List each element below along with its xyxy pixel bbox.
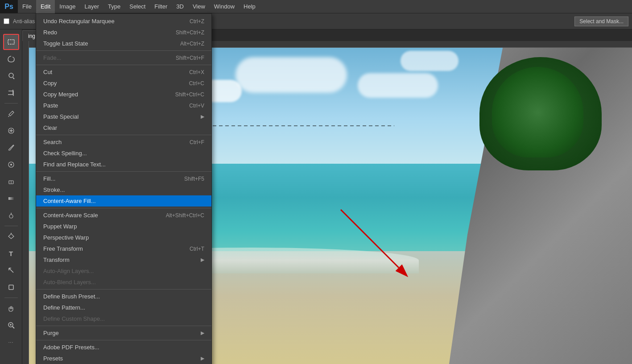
sep-7 — [36, 326, 211, 326]
cloud-4 — [358, 73, 438, 98]
menu-item-paste[interactable]: Paste Ctrl+V — [36, 100, 211, 111]
ruler-left — [22, 41, 29, 364]
menu-item-content-aware-fill[interactable]: Content-Aware Fill... — [36, 195, 211, 207]
sep-1 — [36, 50, 211, 51]
menu-item-transform[interactable]: Transform ▶ — [36, 254, 211, 265]
anti-alias-checkbox[interactable] — [4, 18, 9, 24]
menu-item-undo[interactable]: Undo Rectangular Marquee Ctrl+Z — [36, 16, 211, 27]
menu-item-search[interactable]: Search Ctrl+F — [36, 136, 211, 148]
select-mask-button[interactable]: Select and Mask... — [574, 17, 628, 26]
tool-hand[interactable] — [3, 300, 19, 316]
tool-zoom[interactable] — [3, 317, 19, 333]
menu-type[interactable]: Type — [103, 0, 125, 13]
anti-alias-label: Anti-alias — [13, 18, 35, 25]
sep-8 — [36, 340, 211, 340]
menu-item-purge[interactable]: Purge ▶ — [36, 327, 211, 339]
left-toolbar: ✛ T — [0, 13, 22, 364]
tool-dodge[interactable] — [3, 207, 19, 223]
menu-item-toggle-last-state[interactable]: Toggle Last State Alt+Ctrl+Z — [36, 38, 211, 49]
app-logo: Ps — [0, 0, 18, 13]
svg-line-17 — [12, 327, 14, 328]
menu-item-define-pattern[interactable]: Define Pattern... — [36, 302, 211, 313]
menu-item-check-spelling[interactable]: Check Spelling... — [36, 148, 211, 159]
menu-item-perspective-warp[interactable]: Perspective Warp — [36, 232, 211, 243]
menu-item-auto-align-layers: Auto-Align Layers... — [36, 265, 211, 277]
menu-file[interactable]: File — [18, 0, 36, 13]
menu-item-fill[interactable]: Fill... Shift+F5 — [36, 173, 211, 184]
tool-lasso[interactable] — [3, 51, 19, 67]
tool-more[interactable]: ··· — [3, 334, 19, 350]
sep-2 — [36, 65, 211, 65]
tree-2 — [492, 67, 583, 157]
tool-eyedropper[interactable] — [3, 106, 19, 122]
edit-dropdown-menu: Undo Rectangular Marquee Ctrl+Z Redo Shi… — [36, 13, 212, 364]
tool-eraser[interactable] — [3, 174, 19, 190]
svg-point-1 — [9, 73, 13, 78]
menu-item-puppet-warp[interactable]: Puppet Warp — [36, 221, 211, 232]
menu-item-define-brush-preset[interactable]: Define Brush Preset... — [36, 291, 211, 302]
menu-item-copy-merged[interactable]: Copy Merged Shift+Ctrl+C — [36, 89, 211, 100]
menu-item-define-custom-shape: Define Custom Shape... — [36, 313, 211, 324]
svg-rect-15 — [9, 285, 13, 290]
menu-item-clear[interactable]: Clear — [36, 122, 211, 133]
menu-item-content-aware-scale[interactable]: Content-Aware Scale Alt+Shift+Ctrl+C — [36, 210, 211, 221]
cloud-5 — [401, 51, 459, 71]
svg-point-12 — [9, 215, 13, 218]
tool-brush[interactable] — [3, 140, 19, 156]
menu-item-cut[interactable]: Cut Ctrl+X — [36, 66, 211, 78]
sep-6 — [36, 289, 211, 290]
menu-item-copy[interactable]: Copy Ctrl+C — [36, 78, 211, 89]
svg-rect-0 — [8, 40, 14, 44]
svg-line-3 — [8, 116, 9, 117]
sep-4 — [36, 171, 211, 172]
svg-line-2 — [13, 78, 14, 79]
menu-item-redo[interactable]: Redo Shift+Ctrl+Z — [36, 27, 211, 38]
toolbar-sep-1 — [4, 103, 18, 103]
menu-image[interactable]: Image — [55, 0, 80, 13]
tool-quick-select[interactable] — [3, 68, 19, 84]
menu-bar: Ps File Edit Image Layer Type Select Fil… — [0, 0, 632, 13]
menu-item-fade: Fade... Shift+Ctrl+F — [36, 52, 211, 63]
tool-marquee[interactable] — [3, 34, 19, 50]
tool-crop[interactable] — [3, 85, 19, 101]
menu-item-auto-blend-layers: Auto-Blend Layers... — [36, 277, 211, 288]
tool-heal[interactable] — [3, 123, 19, 139]
tool-gradient[interactable] — [3, 190, 19, 207]
menu-3d[interactable]: 3D — [172, 0, 188, 13]
toolbar-sep-2 — [4, 226, 18, 226]
menu-view[interactable]: View — [188, 0, 210, 13]
cloud-3 — [235, 57, 347, 93]
menu-window[interactable]: Window — [210, 0, 239, 13]
menu-select[interactable]: Select — [125, 0, 150, 13]
menu-filter[interactable]: Filter — [150, 0, 172, 13]
menu-edit[interactable]: Edit — [36, 0, 55, 13]
toolbar-sep-3 — [4, 298, 18, 298]
svg-point-8 — [10, 164, 12, 165]
menu-item-stroke[interactable]: Stroke... — [36, 184, 211, 195]
menu-item-presets[interactable]: Presets ▶ — [36, 353, 211, 364]
svg-rect-11 — [8, 197, 14, 200]
sep-5 — [36, 208, 211, 208]
menu-item-adobe-pdf-presets[interactable]: Adobe PDF Presets... — [36, 342, 211, 353]
tool-pen[interactable] — [3, 228, 19, 244]
tool-shape[interactable] — [3, 279, 19, 295]
menu-layer[interactable]: Layer — [80, 0, 104, 13]
menu-item-find-replace[interactable]: Find and Replace Text... — [36, 159, 211, 170]
menu-item-free-transform[interactable]: Free Transform Ctrl+T — [36, 243, 211, 254]
menu-help[interactable]: Help — [239, 0, 260, 13]
tool-clone[interactable] — [3, 157, 19, 173]
menu-item-paste-special[interactable]: Paste Special ▶ — [36, 111, 211, 122]
tool-path-selection[interactable] — [3, 262, 19, 278]
tool-type[interactable]: T — [3, 245, 19, 261]
sep-3 — [36, 135, 211, 135]
